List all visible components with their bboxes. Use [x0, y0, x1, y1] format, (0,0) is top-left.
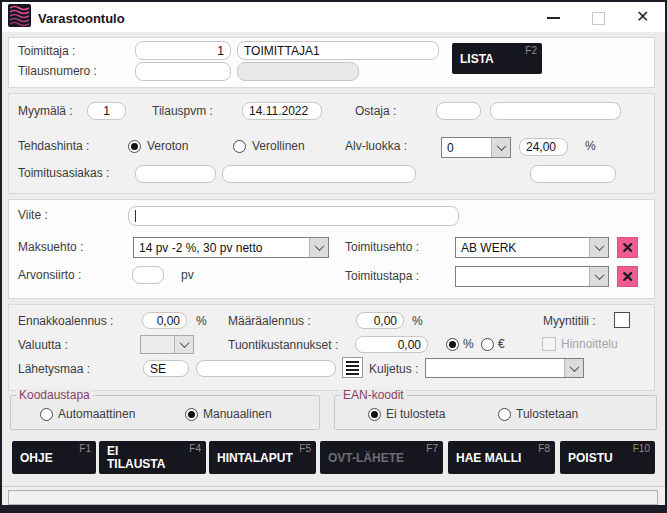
kuljetus-select[interactable]: [425, 358, 584, 378]
chevron-down-icon: [569, 362, 579, 372]
poistu-button[interactable]: F10 POISTU: [560, 441, 655, 474]
arvonsiirto-input[interactable]: [132, 266, 164, 284]
poistu-label: POISTU: [568, 451, 613, 464]
ostaja-name-input[interactable]: [490, 102, 621, 120]
toimitusehto-value: AB WERK: [456, 238, 589, 257]
close-icon: ✕: [636, 8, 649, 25]
maaraalennus-label: Määräalennus :: [228, 314, 311, 329]
list-icon: [346, 361, 359, 375]
myyntitili-checkbox[interactable]: [614, 312, 630, 328]
viite-label: Viite :: [18, 208, 48, 223]
ovt-lahete-label: OVT-LÄHETE: [328, 451, 404, 464]
chevron-down-icon: [594, 270, 604, 280]
app-icon: [8, 4, 31, 27]
ennakkoalennus-label: Ennakkoalennus :: [18, 314, 113, 329]
toimitusasiakas-name-input[interactable]: [222, 165, 416, 183]
toimitusehto-dropdown-arrow[interactable]: [589, 238, 608, 257]
ei-tilausta-fkey: F4: [189, 443, 201, 454]
ennakkoalennus-percent-sign: %: [196, 314, 207, 329]
ostaja-code-input[interactable]: [436, 102, 481, 120]
lista-button[interactable]: F2 LISTA: [452, 43, 542, 74]
toimittaja-name-input[interactable]: TOIMITTAJA1: [237, 41, 439, 60]
tilausnumero-input[interactable]: [135, 62, 231, 81]
maksuehto-select[interactable]: 14 pv -2 %, 30 pv netto: [133, 237, 329, 258]
tulostetaan-label: Tulostetaan: [516, 407, 578, 422]
tuontikustannukset-percent-radio[interactable]: [446, 338, 459, 351]
hinnoittelu-label: Hinnoittelu: [561, 337, 618, 352]
veroton-radio[interactable]: [128, 140, 141, 153]
tulostetaan-radio[interactable]: [498, 408, 511, 421]
verollinen-label: Verollinen: [252, 139, 305, 154]
status-field: [8, 490, 658, 505]
lahetysmaa-input[interactable]: SE: [143, 360, 189, 377]
window-title: Varastoontulo: [38, 11, 125, 26]
ovt-lahete-fkey: F7: [426, 443, 438, 454]
verollinen-radio[interactable]: [233, 140, 246, 153]
toimitusasiakas-extra-input[interactable]: [530, 165, 616, 183]
hintalaput-button[interactable]: F5 HINTALAPUT: [209, 441, 316, 474]
toimitusasiakas-label: Toimitusasiakas :: [18, 166, 109, 181]
close-button[interactable]: ✕: [636, 9, 649, 25]
viite-input[interactable]: [128, 206, 459, 226]
alv-percent-sign: %: [585, 139, 596, 154]
myymala-input[interactable]: 1: [87, 102, 126, 120]
clear-x-icon: ✕: [621, 240, 634, 255]
kuljetus-dropdown-arrow[interactable]: [564, 359, 583, 377]
clear-toimitustapa-button[interactable]: ✕: [617, 266, 638, 287]
tilauspvm-input[interactable]: 14.11.2022: [242, 102, 322, 120]
maksuehto-value: 14 pv -2 %, 30 pv netto: [134, 238, 309, 257]
valuutta-select: [140, 335, 194, 354]
alv-luokka-label: Alv-luokka :: [345, 139, 407, 154]
alv-luokka-select[interactable]: 0: [441, 137, 511, 158]
automaattinen-radio[interactable]: [40, 408, 53, 421]
tuontikustannukset-percent-label: %: [463, 337, 474, 352]
maksuehto-label: Maksuehto :: [18, 240, 83, 255]
hintalaput-fkey: F5: [299, 443, 311, 454]
alv-luokka-dropdown-arrow[interactable]: [491, 138, 510, 157]
clear-toimitusehto-button[interactable]: ✕: [617, 237, 638, 258]
lahetysmaa-name-input[interactable]: [196, 360, 336, 377]
tilausnumero-extra-input: [237, 62, 359, 81]
lista-label: LISTA: [460, 52, 494, 65]
tuontikustannukset-input[interactable]: 0,00: [355, 336, 428, 353]
ohje-button[interactable]: F1 OHJE: [12, 441, 96, 474]
valuutta-label: Valuutta :: [18, 338, 68, 353]
maximize-button[interactable]: [592, 12, 605, 25]
automaattinen-label: Automaattinen: [58, 407, 135, 422]
toimitusehto-label: Toimitusehto :: [345, 240, 419, 255]
tuontikustannukset-euro-label: €: [498, 337, 505, 352]
minimize-icon: [547, 17, 560, 19]
ei-tulosteta-radio[interactable]: [368, 408, 381, 421]
country-list-button[interactable]: [342, 357, 363, 378]
toimitustapa-label: Toimitustapa :: [345, 269, 419, 284]
maksuehto-dropdown-arrow[interactable]: [309, 238, 328, 257]
ei-tulosteta-label: Ei tulosteta: [386, 407, 445, 422]
ohje-label: OHJE: [20, 451, 53, 464]
ovt-lahete-button: F7 OVT-LÄHETE: [320, 441, 443, 474]
poistu-fkey: F10: [633, 443, 650, 454]
toimitustapa-dropdown-arrow[interactable]: [589, 267, 608, 286]
window: Varastoontulo ✕ Toimittaja : 1 TOIMITTAJ…: [0, 0, 667, 513]
minimize-button[interactable]: [547, 17, 560, 19]
ei-tilausta-button[interactable]: F4 EI TILAUSTA: [99, 441, 206, 474]
hae-malli-label: HAE MALLI: [456, 451, 521, 464]
toimitustapa-select[interactable]: [455, 266, 609, 287]
maaraalennus-input[interactable]: 0,00: [356, 312, 404, 329]
kuljetus-value: [426, 359, 564, 377]
manuaalinen-radio[interactable]: [185, 408, 198, 421]
alv-percent-input[interactable]: 24,00: [519, 138, 568, 156]
toimitusehto-select[interactable]: AB WERK: [455, 237, 609, 258]
clear-x-icon: ✕: [621, 269, 634, 284]
toimittaja-code-input[interactable]: 1: [135, 41, 231, 60]
tuontikustannukset-euro-radio[interactable]: [481, 338, 494, 351]
tilausnumero-label: Tilausnumero :: [18, 64, 97, 79]
hae-malli-button[interactable]: F8 HAE MALLI: [448, 441, 555, 474]
ennakkoalennus-input[interactable]: 0,00: [142, 312, 187, 329]
hinnoittelu-checkbox: [542, 337, 556, 351]
ostaja-label: Ostaja :: [355, 104, 396, 119]
hae-malli-fkey: F8: [538, 443, 550, 454]
koodaustapa-title: Koodaustapa: [16, 389, 93, 402]
myyntitili-label: Myyntitili :: [543, 314, 596, 329]
text-caret: [135, 210, 136, 222]
toimitusasiakas-code-input[interactable]: [135, 165, 216, 183]
